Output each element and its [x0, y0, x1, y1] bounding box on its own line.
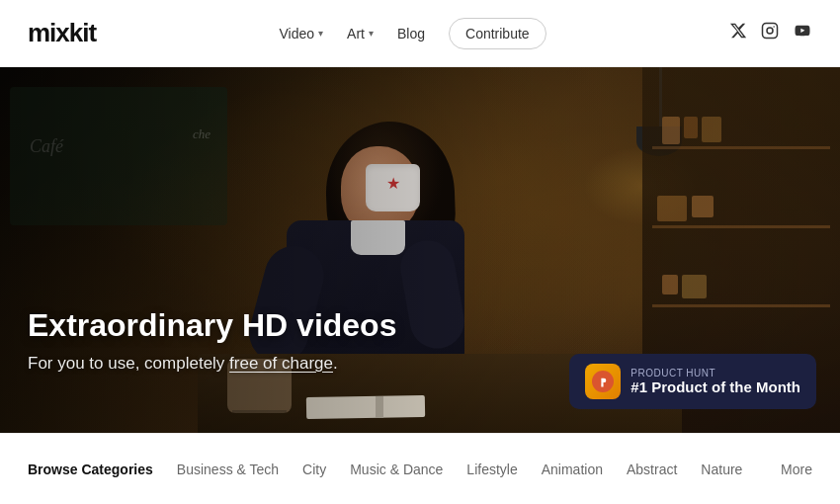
contribute-button[interactable]: Contribute — [449, 18, 546, 49]
hero-subtitle-end: . — [333, 354, 338, 373]
product-hunt-icon — [585, 364, 621, 399]
svg-point-1 — [767, 28, 773, 34]
hero-content: Extraordinary HD videos For you to use, … — [28, 307, 396, 374]
hero-subtitle-link[interactable]: free of charge — [229, 354, 333, 373]
category-abstract[interactable]: Abstract — [627, 462, 677, 477]
nav-art[interactable]: Art ▾ — [347, 26, 374, 42]
nav-art-label: Art — [347, 26, 365, 42]
chevron-down-icon: ▾ — [369, 28, 374, 39]
category-animation[interactable]: Animation — [542, 462, 603, 477]
hero-subtitle-plain: For you to use, completely — [28, 354, 229, 373]
categories-more[interactable]: More — [781, 462, 812, 477]
ph-label: Product Hunt — [630, 368, 800, 378]
ph-rank: #1 Product of the Month — [630, 378, 800, 395]
twitter-icon[interactable] — [729, 22, 747, 44]
svg-point-2 — [773, 26, 775, 28]
instagram-icon[interactable] — [761, 22, 779, 44]
logo[interactable]: mixkit — [28, 18, 96, 48]
nav-video[interactable]: Video ▾ — [280, 26, 324, 42]
hero-subtitle: For you to use, completely free of charg… — [28, 354, 396, 374]
category-business-tech[interactable]: Business & Tech — [177, 462, 279, 477]
hero-section: Café che ★ — [0, 67, 840, 433]
header: mixkit Video ▾ Art ▾ Blog Contribute — [0, 0, 840, 67]
category-city[interactable]: City — [302, 462, 326, 477]
nav: Video ▾ Art ▾ Blog Contribute — [280, 18, 546, 49]
ph-text-block: Product Hunt #1 Product of the Month — [630, 368, 800, 395]
product-hunt-badge[interactable]: Product Hunt #1 Product of the Month — [569, 354, 816, 409]
social-icons — [729, 22, 812, 44]
hero-title: Extraordinary HD videos — [28, 307, 396, 344]
nav-video-label: Video — [280, 26, 315, 42]
category-nature[interactable]: Nature — [701, 462, 742, 477]
nav-blog[interactable]: Blog — [397, 26, 425, 42]
nav-blog-label: Blog — [397, 26, 425, 42]
categories-list: Business & Tech City Music & Dance Lifes… — [177, 462, 781, 477]
youtube-icon[interactable] — [793, 22, 812, 44]
svg-rect-0 — [762, 24, 777, 39]
categories-bar: Browse Categories Business & Tech City M… — [0, 433, 840, 504]
category-lifestyle[interactable]: Lifestyle — [466, 462, 517, 477]
category-music-dance[interactable]: Music & Dance — [350, 462, 443, 477]
categories-label: Browse Categories — [28, 462, 153, 477]
svg-rect-4 — [602, 382, 604, 386]
chevron-down-icon: ▾ — [318, 28, 323, 39]
